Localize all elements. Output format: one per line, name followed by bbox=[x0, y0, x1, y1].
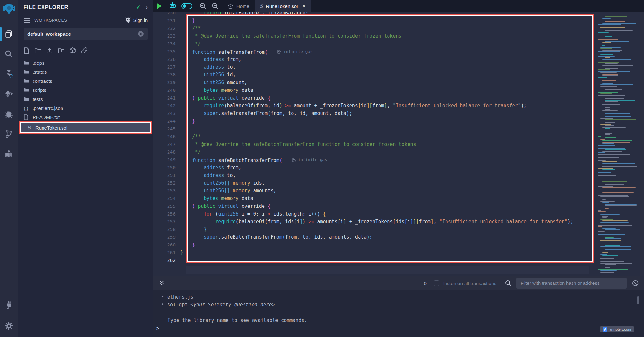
line-number: 261 bbox=[153, 249, 176, 256]
code-line-245[interactable]: 245 bbox=[153, 125, 597, 133]
vertical-scrollbar-track[interactable] bbox=[640, 12, 644, 276]
code-line-254[interactable]: 254 bytes memory data bbox=[153, 195, 597, 202]
code-line-249[interactable]: 249 function safeBatchTransferFrom(infin… bbox=[153, 156, 597, 164]
folder-icon bbox=[23, 60, 29, 66]
line-number: 254 bbox=[153, 195, 176, 202]
code-line-258[interactable]: 258 } bbox=[153, 226, 597, 233]
folder-icon bbox=[23, 69, 29, 75]
tab-runetoken-sol[interactable]: S RuneToken.sol ✕ bbox=[255, 0, 311, 12]
code-line-238[interactable]: 238 uint256 id, bbox=[153, 71, 597, 79]
code-line-244[interactable]: 244 } bbox=[153, 117, 597, 125]
code-line-232[interactable]: 232 /** bbox=[153, 24, 597, 32]
zoom-in-icon[interactable] bbox=[211, 2, 219, 10]
horizontal-scrollbar[interactable] bbox=[186, 266, 589, 274]
remix-logo-icon[interactable] bbox=[2, 2, 16, 15]
code-line-257[interactable]: 257 require(balanceOf(from, ids[i]) >= a… bbox=[153, 218, 597, 226]
code-line-247[interactable]: 247 * @dev Override the safeBatchTransfe… bbox=[153, 140, 597, 148]
indent-guide bbox=[192, 55, 192, 249]
terminal-search-icon[interactable] bbox=[505, 280, 512, 287]
upload-folder-icon[interactable] bbox=[58, 47, 64, 54]
code-line-237[interactable]: 237 address to, bbox=[153, 63, 597, 71]
line-number: 247 bbox=[153, 140, 176, 148]
code-line-255[interactable]: 255 ) public virtual override { bbox=[153, 202, 597, 210]
settings-icon[interactable] bbox=[0, 314, 18, 337]
collapse-terminal-icon[interactable] bbox=[159, 280, 165, 286]
github-sign-in-button[interactable]: Sign in bbox=[125, 17, 148, 23]
code-line-241[interactable]: 241 ) public virtual override { bbox=[153, 94, 597, 102]
folder-row-tests[interactable]: tests bbox=[18, 94, 153, 103]
line-number: 255 bbox=[153, 202, 176, 210]
listen-checkbox[interactable] bbox=[434, 280, 439, 286]
line-number: 243 bbox=[153, 110, 176, 117]
ethers-link[interactable]: ethers.js bbox=[167, 294, 193, 300]
code-line-243[interactable]: 243 super.safeTransferFrom(from, to, id,… bbox=[153, 110, 597, 117]
link-icon[interactable] bbox=[81, 47, 88, 54]
code-line-231[interactable]: 231 } bbox=[153, 17, 597, 24]
code-line-252[interactable]: 252 uint256[] memory ids, bbox=[153, 179, 597, 187]
transaction-count: 0 bbox=[424, 281, 427, 286]
code-line-259[interactable]: 259 super.safeBatchTransferFrom(from, to… bbox=[153, 233, 597, 241]
line-number: 245 bbox=[153, 125, 176, 133]
code-line-260[interactable]: 260 } bbox=[153, 241, 597, 249]
minimap[interactable] bbox=[597, 12, 640, 276]
code-line-253[interactable]: 253 uint256[] memory amounts, bbox=[153, 187, 597, 195]
code-line-246[interactable]: 246 /** bbox=[153, 133, 597, 140]
github-octocat-icon bbox=[125, 17, 131, 23]
folder-row-deps[interactable]: .deps bbox=[18, 58, 153, 67]
code-line-230[interactable]: 230 return totalBalance - frozenBalance; bbox=[153, 12, 597, 17]
learneth-icon[interactable] bbox=[0, 144, 18, 164]
folder-row-contracts[interactable]: contracts bbox=[18, 76, 153, 85]
code-line-262[interactable]: 262 bbox=[153, 256, 597, 264]
plugin-manager-icon[interactable] bbox=[0, 294, 18, 314]
workspaces-menu-icon[interactable] bbox=[24, 18, 30, 23]
code-line-236[interactable]: 236 address from, bbox=[153, 55, 597, 63]
new-file-icon[interactable] bbox=[23, 47, 30, 54]
deploy-run-icon[interactable] bbox=[0, 84, 18, 104]
code-line-250[interactable]: 250 address from, bbox=[153, 164, 597, 171]
folder-row-scripts[interactable]: scripts bbox=[18, 85, 153, 94]
transaction-filter-input[interactable] bbox=[516, 278, 627, 289]
git-icon[interactable] bbox=[0, 124, 18, 144]
line-number: 258 bbox=[153, 226, 176, 233]
code-line-251[interactable]: 251 address to, bbox=[153, 171, 597, 179]
chevron-right-icon[interactable]: › bbox=[146, 4, 148, 11]
folder-row-states[interactable]: .states bbox=[18, 67, 153, 76]
ipfs-cube-icon[interactable] bbox=[69, 47, 76, 54]
code-line-240[interactable]: 240 bytes memory data bbox=[153, 86, 597, 94]
code-line-234[interactable]: 234 */ bbox=[153, 40, 597, 48]
file-row-prettierrc-json[interactable]: { }.prettierrc.json bbox=[18, 103, 153, 112]
upload-file-icon[interactable] bbox=[46, 47, 53, 54]
terminal-output[interactable]: •ethers.js •sol-gpt <your Solidity quest… bbox=[153, 290, 644, 337]
code-line-239[interactable]: 239 uint256 amount, bbox=[153, 79, 597, 86]
search-icon[interactable] bbox=[0, 44, 18, 64]
folder-icon bbox=[23, 96, 29, 102]
code-line-233[interactable]: 233 * @dev Override the safeTransferFrom… bbox=[153, 32, 597, 40]
line-number: 251 bbox=[153, 171, 176, 179]
copilot-toggle[interactable] bbox=[181, 3, 192, 9]
close-tab-icon[interactable]: ✕ bbox=[302, 3, 306, 9]
code-editor[interactable]: 230 return totalBalance - frozenBalance;… bbox=[153, 12, 644, 276]
debugger-icon[interactable] bbox=[0, 104, 18, 124]
code-line-235[interactable]: 235 function safeTransferFrom(infinite g… bbox=[153, 48, 597, 55]
listen-label: Listen on all transactions bbox=[443, 281, 496, 286]
solidity-compiler-icon[interactable] bbox=[0, 64, 18, 84]
workspace-select[interactable]: default_workspace bbox=[24, 28, 148, 40]
workspace-name: default_workspace bbox=[27, 31, 138, 37]
code-line-256[interactable]: 256 for (uint256 i = 0; i < ids.length; … bbox=[153, 210, 597, 218]
file-explorer-icon[interactable] bbox=[0, 24, 18, 44]
tab-home[interactable]: Home bbox=[222, 0, 255, 12]
code-line-248[interactable]: 248 */ bbox=[153, 148, 597, 156]
zoom-out-icon[interactable] bbox=[199, 2, 207, 10]
file-row-readme-txt[interactable]: README.txt bbox=[18, 112, 153, 121]
run-script-button[interactable] bbox=[157, 3, 162, 9]
file-row-runetoken-sol[interactable]: SRuneToken.sol bbox=[21, 123, 150, 132]
terminal-scrollbar-thumb[interactable] bbox=[637, 296, 639, 304]
clear-terminal-icon[interactable] bbox=[632, 280, 639, 287]
code-viewport[interactable]: 230 return totalBalance - frozenBalance;… bbox=[153, 12, 597, 276]
new-folder-icon[interactable] bbox=[34, 47, 41, 54]
ai-copilot-icon[interactable] bbox=[168, 2, 177, 10]
code-line-261[interactable]: 261} bbox=[153, 249, 597, 256]
braces-icon: { } bbox=[23, 105, 29, 111]
annotation-rectangle-file: SRuneToken.sol bbox=[19, 121, 152, 134]
code-line-242[interactable]: 242 require(balanceOf(from, id) >= amoun… bbox=[153, 102, 597, 110]
